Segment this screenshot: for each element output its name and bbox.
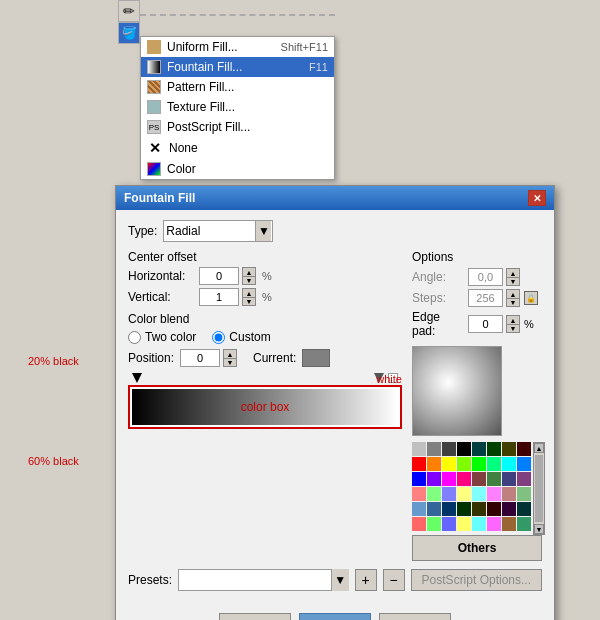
palette-cell-6[interactable] [502,442,516,456]
custom-option[interactable]: Custom [212,330,270,344]
palette-cell-29[interactable] [487,487,501,501]
steps-input[interactable] [468,289,503,307]
edge-pad-down-btn[interactable]: ▼ [506,324,520,333]
center-offset-label: Center offset [128,250,402,264]
menu-item-none[interactable]: ✕ None [141,137,334,159]
palette-cell-5[interactable] [487,442,501,456]
palette-cell-18[interactable] [442,472,456,486]
close-button[interactable]: ✕ [528,190,546,206]
palette-cell-21[interactable] [487,472,501,486]
edge-pad-up-btn[interactable]: ▲ [506,315,520,324]
palette-cell-26[interactable] [442,487,456,501]
menu-item-uniform-fill[interactable]: Uniform Fill... Shift+F11 [141,37,334,57]
palette-cell-34[interactable] [442,502,456,516]
palette-cell-14[interactable] [502,457,516,471]
palette-cell-31[interactable] [517,487,531,501]
palette-cell-19[interactable] [457,472,471,486]
palette-cell-24[interactable] [412,487,426,501]
menu-item-fountain-fill[interactable]: Fountain Fill... F11 [141,57,334,77]
palette-cell-33[interactable] [427,502,441,516]
palette-cell-16[interactable] [412,472,426,486]
vertical-down-btn[interactable]: ▼ [242,297,256,306]
palette-cell-36[interactable] [472,502,486,516]
vertical-spinner-buttons: ▲ ▼ [242,288,256,306]
palette-cell-41[interactable] [427,517,441,531]
bucket-icon[interactable]: 🪣 [118,22,140,44]
angle-down-btn[interactable]: ▼ [506,277,520,286]
palette-cell-15[interactable] [517,457,531,471]
palette-cell-8[interactable] [412,457,426,471]
palette-cell-13[interactable] [487,457,501,471]
vertical-input[interactable] [199,288,239,306]
palette-cell-2[interactable] [442,442,456,456]
position-input[interactable] [180,349,220,367]
steps-up-btn[interactable]: ▲ [506,289,520,298]
position-down-btn[interactable]: ▼ [223,358,237,367]
horizontal-input[interactable] [199,267,239,285]
add-preset-button[interactable]: + [355,569,377,591]
palette-cell-3[interactable] [457,442,471,456]
menu-item-color[interactable]: Color [141,159,334,179]
palette-cell-45[interactable] [487,517,501,531]
steps-down-btn[interactable]: ▼ [506,298,520,307]
custom-radio[interactable] [212,331,225,344]
ok-button[interactable]: OK [219,613,291,620]
menu-item-pattern-fill[interactable]: Pattern Fill... [141,77,334,97]
remove-preset-button[interactable]: − [383,569,405,591]
palette-cell-20[interactable] [472,472,486,486]
pencil-icon[interactable]: ✏ [118,0,140,22]
menu-item-postscript-fill[interactable]: PS PostScript Fill... [141,117,334,137]
palette-cell-28[interactable] [472,487,486,501]
palette-cell-38[interactable] [502,502,516,516]
horizontal-up-btn[interactable]: ▲ [242,267,256,276]
palette-cell-32[interactable] [412,502,426,516]
palette-cell-10[interactable] [442,457,456,471]
angle-input[interactable] [468,268,503,286]
two-color-radio[interactable] [128,331,141,344]
palette-cell-11[interactable] [457,457,471,471]
cancel-button[interactable]: Cancel [299,613,371,620]
palette-area: ▲ ▼ [412,442,542,535]
horizontal-down-btn[interactable]: ▼ [242,276,256,285]
palette-cell-35[interactable] [457,502,471,516]
palette-cell-12[interactable] [472,457,486,471]
palette-cell-7[interactable] [517,442,531,456]
presets-select[interactable] [178,569,349,591]
menu-item-texture-fill[interactable]: Texture Fill... [141,97,334,117]
angle-up-btn[interactable]: ▲ [506,268,520,277]
palette-cell-30[interactable] [502,487,516,501]
postscript-options-button[interactable]: PostScript Options... [411,569,542,591]
edge-pad-input[interactable] [468,315,503,333]
palette-cell-1[interactable] [427,442,441,456]
vertical-up-btn[interactable]: ▲ [242,288,256,297]
palette-cell-43[interactable] [457,517,471,531]
palette-cell-9[interactable] [427,457,441,471]
menu-label-pattern-fill: Pattern Fill... [167,80,328,94]
lock-icon[interactable]: 🔒 [524,291,538,305]
two-color-option[interactable]: Two color [128,330,196,344]
palette-cell-0[interactable] [412,442,426,456]
help-button[interactable]: Help [379,613,451,620]
position-up-btn[interactable]: ▲ [223,349,237,358]
palette-cell-27[interactable] [457,487,471,501]
palette-cell-4[interactable] [472,442,486,456]
others-button[interactable]: Others [412,535,542,561]
context-menu: Uniform Fill... Shift+F11 Fountain Fill.… [140,14,335,18]
palette-cell-37[interactable] [487,502,501,516]
scroll-up-btn[interactable]: ▲ [534,443,544,453]
palette-cell-47[interactable] [517,517,531,531]
type-select[interactable]: Radial Linear Conical Square [163,220,273,242]
position-row: Position: ▲ ▼ Current: [128,349,402,367]
palette-cell-22[interactable] [502,472,516,486]
palette-cell-39[interactable] [517,502,531,516]
palette-cell-17[interactable] [427,472,441,486]
dialog-body: Type: Radial Linear Conical Square ▼ Cen… [116,210,554,607]
scroll-down-btn[interactable]: ▼ [534,524,544,534]
palette-cell-42[interactable] [442,517,456,531]
palette-cell-44[interactable] [472,517,486,531]
palette-cell-25[interactable] [427,487,441,501]
palette-cell-23[interactable] [517,472,531,486]
palette-cell-46[interactable] [502,517,516,531]
gradient-bar-container[interactable]: color box [128,385,402,429]
palette-cell-40[interactable] [412,517,426,531]
